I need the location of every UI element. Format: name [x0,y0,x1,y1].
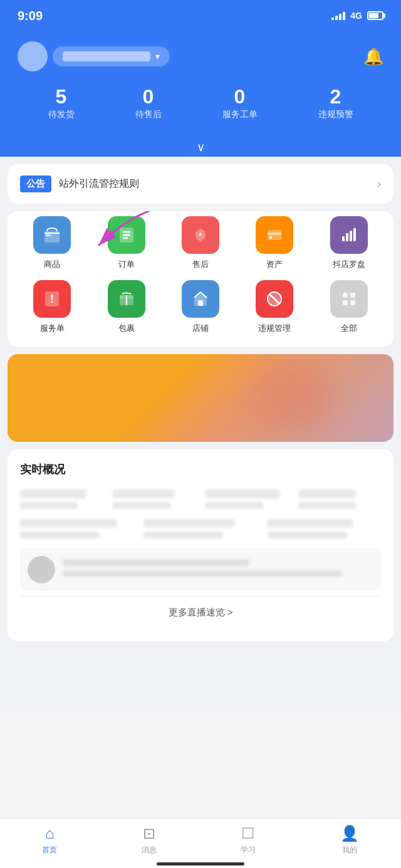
orders-label: 订单 [118,259,135,270]
expand-chevron[interactable]: ∨ [0,135,401,157]
goods-icon [33,216,71,254]
bell-icon[interactable]: 🔔 [363,47,383,66]
aftersale-icon [182,216,219,254]
announcement-arrow-icon: › [377,177,381,191]
menu-item-goods[interactable]: 商品 [15,216,89,270]
message-nav-icon: ⊡ [143,825,155,842]
realtime-item-5 [20,519,133,538]
stat-label-0: 待发货 [48,109,75,120]
message-nav-label: 消息 [142,845,157,855]
realtime-item-3 [206,489,288,509]
status-time: 9:09 [18,9,43,23]
violation-label: 违规管理 [258,323,291,334]
menu-card: 商品 订单 [8,211,393,347]
banner-card[interactable] [8,354,393,442]
stat-item-3[interactable]: 2 违规预警 [318,86,353,120]
announcement-text: 站外引流管控规则 [59,177,370,191]
svg-rect-13 [353,228,356,241]
main-content: 公告 站外引流管控规则 › [0,157,401,713]
all-icon [330,280,368,318]
live-blur-1 [63,559,249,567]
svg-rect-19 [198,300,203,306]
header-top: ▾ 🔔 [18,41,383,71]
svg-rect-23 [343,293,348,298]
stat-number-3: 2 [330,86,341,107]
realtime-item-7 [268,519,381,538]
announcement-tag: 公告 [20,175,51,192]
learn-nav-icon: ☐ [241,825,255,842]
realtime-item-4 [298,489,381,509]
blur-label-4 [298,502,356,509]
orders-icon [108,216,145,254]
menu-item-package[interactable]: 包裹 [89,280,163,334]
more-live-text: 更多直播速览 > [169,607,233,617]
stat-label-2: 服务工单 [222,109,258,120]
assets-icon [256,216,293,254]
stat-item-1[interactable]: 0 待售后 [135,86,162,120]
svg-rect-26 [350,300,355,305]
blur-data-1 [20,489,86,498]
svg-rect-12 [350,231,352,241]
all-label: 全部 [341,323,357,334]
menu-item-compass[interactable]: 抖店罗盘 [312,216,386,270]
battery-icon [367,11,383,20]
violation-icon [256,280,293,318]
blur-data-2 [113,489,175,498]
stat-item-2[interactable]: 0 服务工单 [222,86,258,120]
nav-item-mine[interactable]: 👤 我的 [340,825,359,855]
menu-item-aftersale[interactable]: 售后 [164,216,237,270]
stat-number-0: 5 [56,86,67,107]
package-label: 包裹 [118,323,135,334]
blur-data-7 [268,519,353,528]
goods-label: 商品 [44,259,60,270]
menu-item-all[interactable]: 全部 [312,280,386,334]
aftersale-label: 售后 [192,259,209,270]
stats-row: 5 待发货 0 待售后 0 服务工单 2 违规预警 [18,86,383,120]
blur-data-5 [20,519,117,528]
home-indicator [157,862,244,865]
menu-item-violation[interactable]: 违规管理 [237,280,311,334]
stat-number-2: 0 [234,86,246,107]
store-label: 店铺 [192,323,209,334]
assets-label: 资产 [266,259,283,270]
store-selector[interactable]: ▾ [18,41,170,71]
blur-data-6 [143,519,234,528]
realtime-title: 实时概况 [20,462,381,477]
mine-nav-icon: 👤 [340,825,359,842]
stat-item-0[interactable]: 5 待发货 [48,86,75,120]
more-live-link[interactable]: 更多直播速览 > [20,596,381,629]
menu-item-orders[interactable]: 订单 [89,216,163,270]
menu-item-assets[interactable]: 资产 [237,216,311,270]
svg-rect-10 [342,236,345,241]
store-avatar [18,41,48,71]
realtime-item-1 [20,489,103,509]
svg-point-9 [269,236,272,239]
svg-rect-2 [46,234,51,236]
menu-item-service[interactable]: ! 服务单 [15,280,89,334]
live-info [63,559,373,580]
expand-chevron-icon: ∨ [197,141,205,154]
realtime-card: 实时概况 [8,449,393,641]
nav-item-learn[interactable]: ☐ 学习 [241,825,256,855]
nav-item-home[interactable]: ⌂ 首页 [42,825,57,855]
banner-blob [256,367,331,429]
package-icon [108,280,145,318]
store-name-area[interactable]: ▾ [53,46,170,66]
menu-item-store[interactable]: 店铺 [164,280,237,334]
compass-label: 抖店罗盘 [333,259,365,270]
header: ▾ 🔔 5 待发货 0 待售后 0 服务工单 2 违规预警 [0,31,401,135]
chevron-down-icon[interactable]: ▾ [155,51,160,61]
status-bar: 9:09 4G [0,0,401,31]
blur-label-2 [113,502,170,509]
status-icons: 4G [331,11,383,21]
realtime-grid-2 [20,519,381,538]
compass-icon [330,216,368,254]
blur-data-3 [206,489,280,498]
bottom-nav: ⌂ 首页 ⊡ 消息 ☐ 学习 👤 我的 [0,818,401,868]
announcement-card[interactable]: 公告 站外引流管控规则 › [8,164,393,204]
blur-label-6 [143,531,223,538]
svg-text:!: ! [50,293,54,305]
learn-nav-label: 学习 [241,845,256,855]
nav-item-message[interactable]: ⊡ 消息 [142,825,157,855]
svg-rect-11 [346,233,348,241]
